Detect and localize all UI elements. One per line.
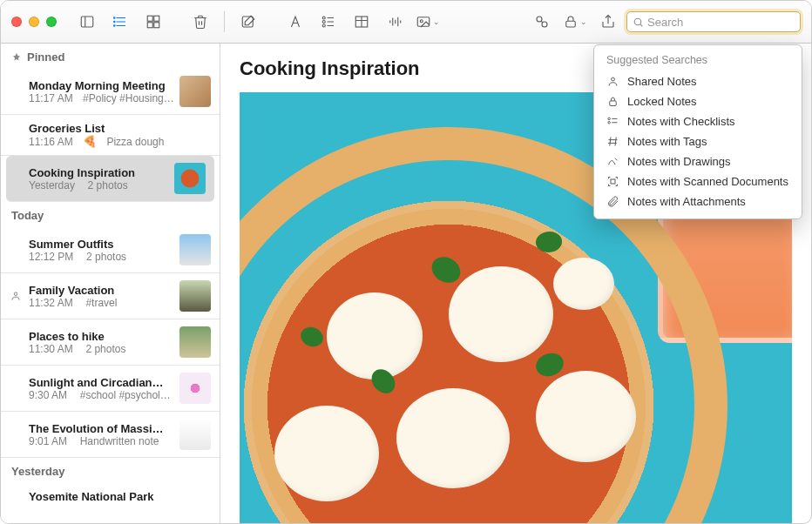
suggested-search-locked[interactable]: Locked Notes	[594, 91, 802, 111]
suggested-search-checklists[interactable]: Notes with Checklists	[594, 111, 802, 131]
note-list-item[interactable]: Places to hike 11:30 AM 2 photos	[1, 319, 220, 366]
suggested-searches-dropdown: Suggested Searches Shared Notes Locked N…	[593, 44, 802, 219]
table-button[interactable]	[347, 10, 376, 33]
svg-rect-11	[154, 23, 159, 28]
shared-icon	[10, 290, 22, 302]
fullscreen-window-button[interactable]	[46, 17, 57, 27]
lock-icon	[606, 95, 619, 108]
minimize-window-button[interactable]	[29, 17, 39, 27]
note-title: Monday Morning Meeting	[29, 79, 173, 92]
app-window: ⌄ ⌄ Pinned Monday Morning Meeting	[0, 0, 812, 524]
note-title: Sunlight and Circadian…	[29, 376, 173, 389]
note-list-item[interactable]: Monday Morning Meeting 11:17 AM #Policy …	[1, 69, 220, 115]
suggested-search-tags[interactable]: Notes with Tags	[594, 131, 802, 151]
svg-line-44	[610, 138, 611, 146]
checklist-icon	[606, 115, 619, 128]
svg-rect-9	[154, 16, 159, 21]
chevron-down-icon: ⌄	[580, 17, 587, 26]
suggested-search-drawings[interactable]: Notes with Drawings	[594, 151, 802, 171]
today-section-header: Today	[1, 202, 220, 227]
pinned-section-header: Pinned	[1, 44, 220, 69]
svg-point-30	[537, 17, 542, 22]
svg-point-37	[14, 292, 17, 296]
note-title: Groceries List	[29, 122, 211, 135]
svg-point-42	[608, 122, 611, 124]
suggested-search-scanned[interactable]: Notes with Scanned Documents	[594, 171, 802, 191]
window-controls	[11, 17, 57, 27]
close-window-button[interactable]	[11, 17, 22, 27]
link-note-button[interactable]	[527, 10, 557, 33]
pinned-label: Pinned	[27, 50, 64, 64]
svg-rect-0	[81, 17, 93, 27]
svg-point-38	[612, 77, 615, 81]
list-view-button[interactable]	[105, 10, 135, 33]
note-title: Cooking Inspiration	[29, 166, 167, 179]
svg-point-16	[322, 21, 325, 24]
note-title: Places to hike	[29, 330, 173, 343]
note-thumbnail	[174, 163, 206, 194]
pizza-emoji-icon: 🍕	[83, 135, 97, 148]
svg-point-18	[322, 24, 325, 27]
note-thumbnail	[179, 280, 211, 312]
svg-rect-39	[610, 101, 617, 106]
note-list-item[interactable]: Sunlight and Circadian… 9:30 AM #school …	[1, 366, 220, 412]
svg-line-32	[541, 21, 543, 23]
scan-icon	[606, 175, 619, 188]
tag-icon	[606, 135, 619, 148]
note-thumbnail	[179, 326, 211, 358]
note-list-item[interactable]: Yosemite National Park	[1, 483, 220, 510]
text-format-button[interactable]	[281, 10, 310, 33]
dropdown-header: Suggested Searches	[594, 50, 802, 71]
note-title: Summer Outfits	[29, 238, 173, 251]
insert-media-button[interactable]: ⌄	[413, 10, 443, 33]
svg-point-40	[608, 118, 611, 120]
svg-point-6	[114, 21, 116, 23]
toggle-sidebar-button[interactable]	[72, 10, 102, 33]
svg-point-5	[114, 17, 116, 19]
notes-list-sidebar[interactable]: Pinned Monday Morning Meeting 11:17 AM #…	[1, 44, 220, 523]
svg-line-36	[640, 24, 642, 25]
suggested-search-shared[interactable]: Shared Notes	[594, 71, 802, 91]
shared-icon	[606, 75, 619, 88]
note-title: Yosemite National Park	[29, 490, 211, 503]
svg-point-29	[420, 20, 423, 23]
note-thumbnail	[179, 76, 211, 107]
suggested-search-attachments[interactable]: Notes with Attachments	[594, 191, 802, 212]
search-icon	[633, 17, 644, 28]
share-button[interactable]	[593, 10, 623, 33]
audio-button[interactable]	[380, 10, 409, 33]
lock-note-button[interactable]: ⌄	[560, 10, 590, 33]
svg-line-45	[615, 138, 616, 146]
new-note-button[interactable]	[233, 10, 263, 33]
svg-rect-10	[147, 23, 152, 28]
note-thumbnail	[179, 234, 211, 265]
note-list-item[interactable]: Family Vacation 11:32 AM #travel	[1, 273, 220, 319]
drawing-icon	[606, 155, 619, 168]
note-title: Family Vacation	[29, 284, 173, 297]
attachment-icon	[606, 195, 619, 208]
note-list-item-selected[interactable]: Cooking Inspiration Yesterday 2 photos	[6, 156, 214, 202]
note-list-item[interactable]: Summer Outfits 12:12 PM 2 photos	[1, 227, 220, 273]
svg-rect-33	[566, 21, 576, 27]
pin-icon	[11, 52, 22, 63]
chevron-down-icon: ⌄	[433, 17, 440, 26]
note-title: The Evolution of Massi…	[29, 422, 173, 435]
yesterday-section-header: Yesterday	[1, 458, 220, 483]
search-input[interactable]	[647, 16, 795, 29]
note-list-item[interactable]: The Evolution of Massi… 9:01 AM Handwrit…	[1, 412, 220, 458]
note-thumbnail	[179, 419, 211, 450]
checklist-button[interactable]	[314, 10, 343, 33]
gallery-view-button[interactable]	[139, 10, 168, 33]
delete-note-button[interactable]	[186, 10, 215, 33]
svg-point-35	[634, 18, 641, 25]
svg-point-14	[322, 17, 325, 19]
note-list-item[interactable]: Groceries List 11:16 AM 🍕 Pizza dough	[1, 115, 220, 156]
svg-point-7	[114, 25, 116, 27]
svg-point-31	[542, 22, 547, 27]
toolbar: ⌄ ⌄	[1, 1, 811, 44]
svg-rect-8	[147, 16, 152, 21]
search-field[interactable]	[626, 11, 801, 32]
svg-rect-48	[611, 179, 615, 184]
note-thumbnail	[179, 373, 211, 404]
